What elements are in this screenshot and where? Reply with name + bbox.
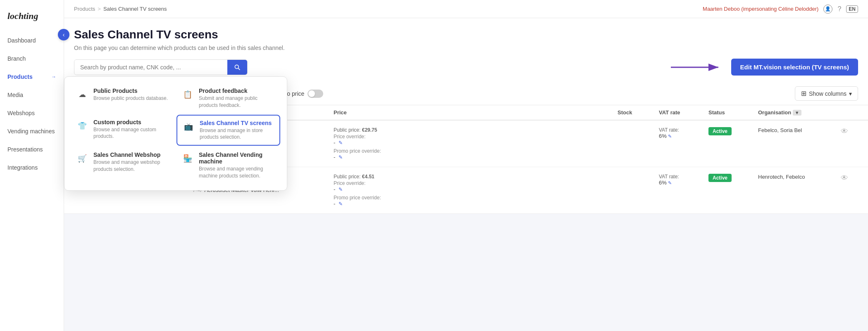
price-edit-icon[interactable]: ✎ (339, 140, 343, 146)
sidebar-item-label: Webshops (7, 110, 35, 116)
breadcrumb-current: Sales Channel TV screens (103, 6, 167, 12)
cell-status: Active (705, 174, 755, 182)
dropdown-item-text: Sales Channel TV screens Browse and mana… (200, 120, 274, 141)
help-icon[interactable]: ? (837, 5, 841, 13)
breadcrumb: Products > Sales Channel TV screens (74, 6, 167, 12)
sidebar-item-label: Integrations (7, 164, 38, 171)
dropdown-item-desc: Browse and manage webshop products selec… (93, 159, 170, 173)
vending-machine-icon: 🏪 (181, 152, 194, 165)
dropdown-item-desc: Browse and manage custom products. (93, 126, 170, 140)
cell-organisation: Henrotech, Febelco (755, 174, 837, 180)
cell-vat: VAT rate: 6% ✎ (656, 174, 705, 186)
status-badge: Active (708, 174, 732, 182)
products-dropdown-menu: ☁ Public Products Browse public products… (64, 76, 287, 191)
cell-organisation: Febelco, Soria Bel (755, 127, 837, 133)
dropdown-item-custom-products[interactable]: 👕 Custom products Browse and manage cust… (71, 115, 175, 146)
vat-edit-icon[interactable]: ✎ (668, 134, 672, 139)
sidebar: lochting ‹ Dashboard Branch Products → M… (0, 0, 64, 331)
breadcrumb-root: Products (74, 6, 95, 12)
search-icon (234, 64, 241, 71)
page-header: Sales Channel TV screens On this page yo… (64, 18, 868, 82)
dropdown-item-text: Product feedback Submit and manage publi… (199, 87, 275, 109)
dropdown-item-title: Sales Channel Vending machine (199, 151, 275, 165)
status-badge: Active (708, 127, 732, 135)
cell-eye: 👁 (837, 174, 858, 182)
sidebar-item-branch[interactable]: Branch (0, 50, 64, 68)
user-avatar-icon[interactable]: 👤 (823, 5, 832, 14)
sidebar-item-products[interactable]: Products → (0, 68, 64, 86)
user-area: Maarten Deboo (impersonating Céline Delo… (703, 5, 858, 14)
cell-price: Public price: €29.75 Price override: - ✎… (330, 127, 614, 160)
visibility-icon[interactable]: 👁 (841, 174, 848, 182)
col-organisation: Organisation ▼ (755, 109, 837, 116)
sidebar-item-media[interactable]: Media (0, 86, 64, 104)
col-stock: Stock (614, 109, 656, 116)
edit-selection-button[interactable]: Edit MT.vision selection (TV screens) (731, 59, 858, 76)
price-edit-icon[interactable]: ✎ (339, 187, 343, 192)
cloud-icon: ☁ (76, 88, 88, 101)
dropdown-item-webshop[interactable]: 🛒 Sales Channel Webshop Browse and manag… (71, 147, 175, 184)
arrow-icon (671, 60, 725, 75)
language-badge[interactable]: EN (846, 5, 858, 13)
tv-screens-icon: 📺 (182, 121, 195, 133)
sidebar-item-vending-machines[interactable]: Vending machines (0, 122, 64, 140)
col-actions (837, 109, 858, 116)
sidebar-collapse-button[interactable]: ‹ (58, 29, 69, 40)
show-columns-label: Show columns (809, 90, 847, 97)
dropdown-grid: ☁ Public Products Browse public products… (71, 83, 280, 184)
dropdown-item-text: Public Products Browse public products d… (93, 87, 168, 102)
search-box (74, 59, 248, 75)
col-vat: VAT rate (656, 109, 705, 116)
promo-price-toggle[interactable] (308, 90, 323, 98)
breadcrumb-separator: > (98, 6, 101, 12)
sidebar-arrow-icon: → (51, 74, 56, 80)
search-button[interactable] (227, 60, 247, 75)
custom-products-icon: 👕 (76, 120, 88, 132)
dropdown-item-title: Public Products (93, 87, 168, 94)
dropdown-item-vending-machine[interactable]: 🏪 Sales Channel Vending machine Browse a… (176, 147, 280, 184)
sidebar-item-label: Media (7, 92, 23, 98)
cta-area: Edit MT.vision selection (TV screens) (671, 59, 858, 76)
search-input[interactable] (74, 60, 227, 75)
dropdown-item-product-feedback[interactable]: 📋 Product feedback Submit and manage pub… (176, 83, 280, 113)
svg-point-0 (235, 65, 238, 69)
visibility-icon[interactable]: 👁 (841, 127, 848, 135)
sidebar-item-dashboard[interactable]: Dashboard (0, 31, 64, 50)
dropdown-item-desc: Browse and manage in store products sele… (200, 127, 274, 141)
cell-eye: 👁 (837, 127, 858, 136)
dropdown-item-title: Sales Channel Webshop (93, 151, 170, 158)
sidebar-item-label: Vending machines (7, 128, 55, 135)
sidebar-item-integrations[interactable]: Integrations (0, 158, 64, 177)
dropdown-item-public-products[interactable]: ☁ Public Products Browse public products… (71, 83, 175, 113)
dropdown-item-desc: Browse and manage vending machine produc… (199, 166, 275, 180)
svg-line-1 (238, 68, 240, 70)
sidebar-item-presentations[interactable]: Presentations (0, 140, 64, 158)
feedback-icon: 📋 (181, 88, 194, 101)
sidebar-item-label: Dashboard (7, 37, 36, 44)
logo-text: lochting (7, 11, 38, 21)
vat-edit-icon[interactable]: ✎ (668, 180, 672, 185)
cell-status: Active (705, 127, 755, 135)
page-subtitle: On this page you can determine which pro… (74, 45, 858, 51)
webshop-icon: 🛒 (76, 152, 88, 165)
dropdown-item-desc: Browse public products database. (93, 95, 168, 102)
toggle-knob (308, 90, 315, 97)
filter-icon[interactable]: ▼ (793, 110, 801, 116)
show-columns-button[interactable]: ⊞ Show columns ▾ (795, 86, 858, 101)
dropdown-item-desc: Submit and manage public products feedba… (199, 95, 275, 109)
page-title: Sales Channel TV screens (74, 28, 858, 41)
col-status: Status (705, 109, 755, 116)
logo: lochting (0, 7, 64, 31)
promo-price-edit-icon[interactable]: ✎ (339, 154, 343, 160)
sidebar-item-label: Branch (7, 55, 26, 62)
dropdown-item-title: Product feedback (199, 87, 275, 94)
sidebar-item-label: Presentations (7, 146, 43, 153)
promo-price-edit-icon[interactable]: ✎ (339, 201, 343, 207)
dropdown-item-title: Sales Channel TV screens (200, 120, 274, 126)
dropdown-item-text: Sales Channel Webshop Browse and manage … (93, 151, 170, 173)
col-price: Price (330, 109, 614, 116)
dropdown-item-text: Sales Channel Vending machine Browse and… (199, 151, 275, 180)
sidebar-item-webshops[interactable]: Webshops (0, 104, 64, 122)
columns-grid-icon: ⊞ (801, 90, 806, 97)
dropdown-item-tv-screens[interactable]: 📺 Sales Channel TV screens Browse and ma… (176, 115, 280, 146)
